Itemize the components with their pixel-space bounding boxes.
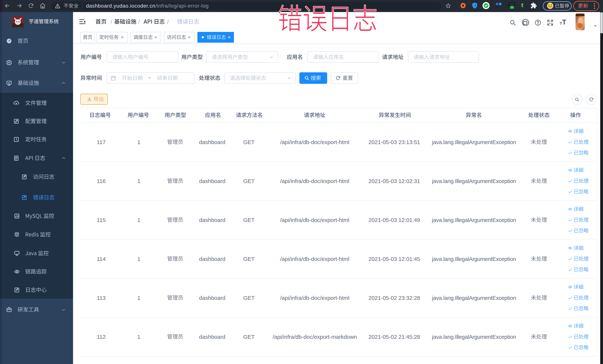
svg-text:on: on	[511, 7, 513, 8]
